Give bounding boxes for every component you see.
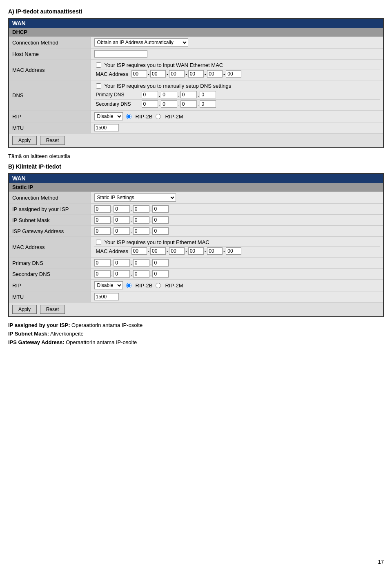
static-mac-input-5[interactable]	[207, 247, 223, 255]
mac-input-2[interactable]	[150, 70, 166, 78]
static-pdns-3[interactable]	[133, 259, 149, 267]
dhcp-apply-button[interactable]: Apply	[12, 136, 37, 145]
static-mac-checkbox-cell: Your ISP requires you to input Ethernet …	[94, 238, 380, 247]
static-rip-label: RIP	[9, 280, 91, 291]
static-sdns-3[interactable]	[133, 270, 149, 278]
dot5: .	[178, 101, 180, 107]
secondary-dns-4[interactable]	[200, 100, 216, 108]
subnet-dot2: .	[131, 217, 132, 223]
dot6: .	[198, 101, 199, 107]
primary-dns-4[interactable]	[200, 91, 216, 98]
static-reset-button[interactable]: Reset	[40, 305, 65, 314]
static-mac-input-4[interactable]	[188, 247, 204, 255]
static-mac-checkbox[interactable]	[96, 240, 101, 245]
dot4: .	[159, 101, 160, 107]
mtu-input[interactable]	[94, 124, 119, 131]
dns-checkbox[interactable]	[96, 83, 101, 89]
rip-select[interactable]: Disable	[94, 112, 123, 120]
primary-dns-3[interactable]	[180, 91, 197, 98]
host-name-input[interactable]	[94, 50, 147, 58]
static-sdns-1[interactable]	[94, 270, 111, 278]
static-apply-button[interactable]: Apply	[12, 305, 37, 314]
secondary-dns-2[interactable]	[161, 100, 177, 108]
mac-sep-4: -	[205, 71, 206, 77]
mac-input-5[interactable]	[207, 70, 223, 78]
dns-checkbox-label: Your ISP requires you to manually setup …	[105, 83, 232, 89]
secondary-dns-cell: Secondary DNS . . .	[94, 100, 380, 109]
section-a-title: A) IP-tiedot automaattisesti	[8, 8, 384, 15]
ss-dot1: .	[111, 271, 113, 277]
static-pdns-4[interactable]	[152, 259, 169, 267]
static-mac-sep-4: -	[205, 248, 206, 254]
isp-gateway-row: ISP Gateway Address . . .	[9, 226, 383, 237]
static-sdns-4[interactable]	[152, 270, 169, 278]
rip-2m-radio[interactable]	[156, 114, 161, 119]
mac-checkbox[interactable]	[96, 62, 101, 68]
dhcp-reset-button[interactable]: Reset	[40, 136, 65, 145]
static-pdns-2[interactable]	[114, 259, 130, 267]
static-connection-method-select[interactable]: Static IP Settings	[94, 193, 176, 202]
ip-subnet-1[interactable]	[94, 216, 111, 224]
rip-2m-label: RIP-2M	[165, 113, 183, 120]
static-pdns-1[interactable]	[94, 259, 111, 267]
connection-method-label: Connection Method	[9, 37, 91, 49]
static-primary-dns-label: Primary DNS	[9, 258, 91, 269]
gw-dot2: .	[131, 228, 132, 234]
ip-dot2: .	[131, 206, 132, 212]
connection-method-row: Connection Method Obtain an IP Address A…	[9, 37, 383, 49]
mac-input-1[interactable]	[131, 70, 147, 78]
static-rip-select[interactable]: Disable	[94, 281, 123, 289]
ip-subnet-row: IP Subnet Mask . . .	[9, 215, 383, 226]
rip-2b-radio[interactable]	[126, 114, 131, 119]
dhcp-form-table: Connection Method Obtain an IP Address A…	[9, 37, 383, 133]
ip-assigned-3[interactable]	[133, 205, 149, 213]
bottom-note3: IPS Gateway Address: Operaattorin antama…	[8, 339, 384, 345]
note1-bold: IP assigned by your ISP:	[8, 322, 70, 328]
host-name-row: Host Name	[9, 49, 383, 60]
dot3: .	[198, 92, 199, 98]
static-mtu-input[interactable]	[94, 293, 119, 300]
ip-assigned-4[interactable]	[152, 205, 169, 213]
mac-input-6[interactable]	[226, 70, 241, 78]
static-sdns-2[interactable]	[114, 270, 130, 278]
static-mac-input-3[interactable]	[169, 247, 185, 255]
connection-method-select[interactable]: Obtain an IP Address Automatically	[94, 38, 188, 47]
bottom-note1: IP assigned by your ISP: Operaattorin an…	[8, 322, 384, 328]
static-rip-2b-radio[interactable]	[126, 283, 131, 288]
wan-dhcp-header: WAN	[9, 19, 383, 28]
static-mac-sep-2: -	[167, 248, 168, 254]
static-mac-inner-table: Your ISP requires you to input Ethernet …	[94, 238, 380, 256]
mac-address-row: MAC Address Your ISP requires you to inp…	[9, 60, 383, 80]
static-mac-input-1[interactable]	[131, 247, 147, 255]
note1-text: Operaattorin antama IP-osoite	[71, 322, 143, 328]
primary-dns-2[interactable]	[161, 91, 177, 98]
mac-inner-table: Your ISP requires you to input WAN Ether…	[94, 61, 380, 78]
mac-input-4[interactable]	[188, 70, 204, 78]
static-secondary-dns-value: . . .	[91, 269, 383, 280]
subnet-dot1: .	[111, 217, 113, 223]
ip-subnet-2[interactable]	[114, 216, 130, 224]
host-name-value	[91, 49, 383, 60]
primary-dns-1[interactable]	[142, 91, 158, 98]
isp-gateway-1[interactable]	[94, 227, 111, 235]
static-form-table: Connection Method Static IP Settings IP …	[9, 192, 383, 302]
static-mac-fields-cell: MAC Address - - - - -	[94, 247, 380, 256]
isp-gateway-4[interactable]	[152, 227, 169, 235]
ip-subnet-3[interactable]	[133, 216, 149, 224]
ip-assigned-1[interactable]	[94, 205, 111, 213]
isp-gateway-2[interactable]	[114, 227, 130, 235]
mac-sep-1: -	[148, 71, 149, 77]
static-rip-2m-radio[interactable]	[156, 283, 161, 288]
secondary-dns-1[interactable]	[142, 100, 158, 108]
static-mac-input-2[interactable]	[150, 247, 166, 255]
ip-subnet-4[interactable]	[152, 216, 169, 224]
ip-dot1: .	[111, 206, 113, 212]
ip-assigned-2[interactable]	[114, 205, 130, 213]
static-mac-input-6[interactable]	[226, 247, 241, 255]
mac-input-3[interactable]	[169, 70, 185, 78]
ip-assigned-label: IP assigned by your ISP	[9, 204, 91, 215]
isp-gateway-3[interactable]	[133, 227, 149, 235]
rip-value: Disable RIP-2B RIP-2M	[91, 111, 383, 122]
secondary-dns-3[interactable]	[180, 100, 197, 108]
primary-dns-label: Primary DNS	[96, 92, 141, 98]
